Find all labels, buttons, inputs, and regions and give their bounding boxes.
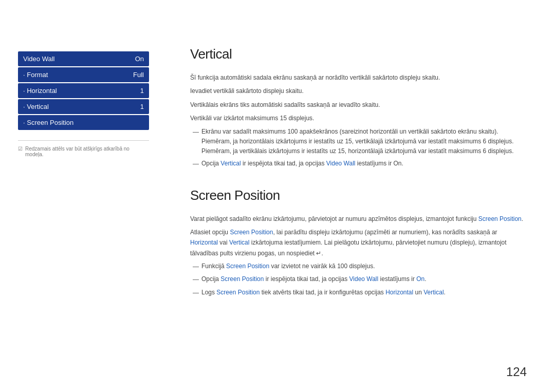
main-content: Vertical Šī funkcija automātiski sadala … <box>159 21 555 371</box>
horizontal-link[interactable]: Horizontal <box>190 239 218 246</box>
vertical-para-4: Vertikāli var izkārtot maksimums 15 disp… <box>190 113 524 123</box>
sidebar-item-screen-position[interactable]: · Screen Position <box>18 115 149 130</box>
screen-pos-link-3[interactable]: Screen Position <box>220 275 264 283</box>
horizontal-link-2[interactable]: Horizontal <box>385 289 413 296</box>
vertical-link[interactable]: Vertical <box>220 160 240 167</box>
screen-pos-link-2[interactable]: Screen Position <box>230 229 273 236</box>
vertical-note-2: — Opcija Vertical ir iespējota tikai tad… <box>190 159 524 169</box>
sidebar-item-video-wall[interactable]: Video Wall On <box>18 51 149 66</box>
vertical-label: · Vertical <box>23 103 49 110</box>
screen-pos-note-2: — Opcija Screen Position ir iespējota ti… <box>190 274 524 285</box>
screen-pos-note-1: — Funkcijā Screen Position var izvietot … <box>190 262 524 272</box>
horizontal-label: · Horizontal <box>23 87 57 95</box>
sidebar-item-format[interactable]: · Format Full <box>18 67 149 82</box>
screen-pos-para-2: Atlasiet opciju Screen Position, lai par… <box>190 227 524 258</box>
video-wall-link-2[interactable]: Video Wall <box>349 275 379 283</box>
vertical-body: Šī funkcija automātiski sadala ekrānu sa… <box>190 72 524 170</box>
screen-pos-para-1: Varat pielāgot sadalīto ekrānu izkārtoju… <box>190 214 524 224</box>
horizontal-value: 1 <box>140 87 144 95</box>
vertical-note-1: — Ekrānu var sadalīt maksimums 100 apakš… <box>190 127 524 157</box>
vertical-para-1: Šī funkcija automātiski sadala ekrānu sa… <box>190 72 524 83</box>
sidebar-footnote: ☑ Redzamais attēls var būt atšķirīgs atk… <box>18 146 149 157</box>
screen-position-body: Varat pielāgot sadalīto ekrānu izkārtoju… <box>190 214 524 298</box>
vertical-para-2: Ievadiet vertikāli sakārtoto displeju sk… <box>190 86 524 96</box>
format-value: Full <box>133 71 144 79</box>
footnote-icon: ☑ <box>18 146 23 152</box>
on-link[interactable]: On <box>416 275 424 283</box>
format-label: · Format <box>23 71 48 79</box>
screen-pos-func-link[interactable]: Screen Position <box>226 263 269 270</box>
screen-pos-link-1[interactable]: Screen Position <box>478 215 522 222</box>
vertical-link-2[interactable]: Vertical <box>229 239 249 246</box>
page-number: 124 <box>506 365 527 379</box>
sidebar-item-horizontal[interactable]: · Horizontal 1 <box>18 83 149 98</box>
footnote-text: Redzamais attēls var būt atšķirīgs atkar… <box>25 146 149 157</box>
screen-pos-note-1-text: Funkcijā Screen Position var izvietot ne… <box>201 262 375 272</box>
screen-position-title: Screen Position <box>190 188 524 203</box>
video-wall-link[interactable]: Video Wall <box>326 160 356 167</box>
sidebar-item-vertical[interactable]: · Vertical 1 <box>18 99 149 114</box>
screen-pos-link-4[interactable]: Screen Position <box>216 289 260 296</box>
vertical-title: Vertical <box>190 46 524 62</box>
screen-pos-note-3: — Logs Screen Position tiek atvērts tika… <box>190 288 524 298</box>
vertical-link-3[interactable]: Vertical <box>423 289 443 296</box>
screen-position-label: · Screen Position <box>23 119 73 126</box>
screen-pos-note-2-text: Opcija Screen Position ir iespējota tika… <box>201 274 427 285</box>
sidebar-divider <box>18 140 149 141</box>
screen-pos-note-3-text: Logs Screen Position tiek atvērts tikai … <box>201 288 446 298</box>
video-wall-value: On <box>135 55 144 63</box>
screen-position-section: Screen Position Varat pielāgot sadalīto … <box>190 188 524 298</box>
sidebar-menu: Video Wall On · Format Full · Horizontal… <box>18 51 149 130</box>
sidebar: Video Wall On · Format Full · Horizontal… <box>0 21 159 371</box>
vertical-para-3: Vertikālais ekrāns tiks automātiski sada… <box>190 100 524 110</box>
vertical-note-2-text: Opcija Vertical ir iespējota tikai tad, … <box>201 159 403 169</box>
video-wall-label: Video Wall <box>23 55 54 63</box>
vertical-note-1-text: Ekrānu var sadalīt maksimums 100 apakšek… <box>201 127 524 157</box>
vertical-section: Vertical Šī funkcija automātiski sadala … <box>190 46 524 170</box>
vertical-value: 1 <box>140 103 144 110</box>
